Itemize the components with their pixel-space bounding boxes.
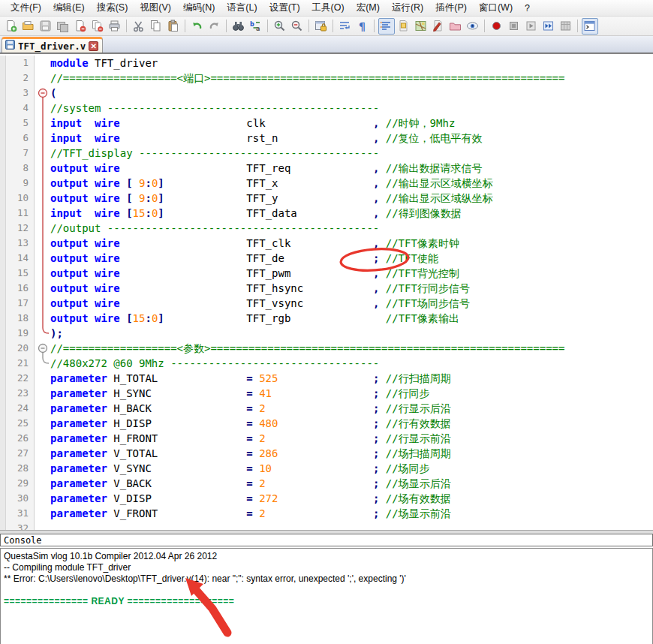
line-number[interactable]: 11 <box>6 206 35 221</box>
code-line: 10output wire [ 9:0] TFT_y , //输出显示区域纵坐标 <box>0 191 653 206</box>
new-file-icon[interactable] <box>3 18 20 35</box>
open-file-icon[interactable] <box>20 18 37 35</box>
menu-item[interactable]: 窗口(W) <box>473 0 519 16</box>
code-line: 29parameter V_BACK = 2 ; //场显示后沿 <box>0 476 653 491</box>
code-line: 6input wire rst_n , //复位，低电平有效 <box>0 131 653 146</box>
tab-close-icon[interactable]: ✕ <box>89 41 98 51</box>
code-line: 32 <box>0 521 653 530</box>
line-number[interactable]: 26 <box>6 431 35 446</box>
macro-play-icon[interactable] <box>523 18 540 35</box>
zoom-out-icon[interactable] <box>289 18 305 35</box>
line-number[interactable]: 17 <box>6 296 35 311</box>
menu-item[interactable]: 编码(N) <box>177 0 221 16</box>
macro-save-icon[interactable] <box>558 18 574 35</box>
save-all-icon[interactable] <box>55 18 71 35</box>
line-number[interactable]: 12 <box>6 221 35 236</box>
line-number[interactable]: 22 <box>6 371 35 386</box>
macro-run-multiple-icon[interactable] <box>540 18 557 35</box>
line-number[interactable]: 15 <box>6 266 35 281</box>
tab-tft-driver[interactable]: TFT_driver.v ✕ <box>2 37 103 53</box>
redo-icon[interactable] <box>206 18 223 35</box>
menu-item[interactable]: 宏(M) <box>351 0 386 16</box>
line-number[interactable]: 27 <box>6 446 35 461</box>
menu-item[interactable]: 文件(F) <box>5 0 47 16</box>
undo-icon[interactable] <box>189 18 206 35</box>
menu-item[interactable]: 视图(V) <box>134 0 177 16</box>
indent-guide-icon[interactable] <box>396 18 412 35</box>
code-editor[interactable]: 1module TFT_driver2//==================<… <box>0 53 653 530</box>
doc-map-icon[interactable] <box>413 18 429 35</box>
code-line: 21//480x272 @60 9Mhz -------------------… <box>0 356 653 371</box>
console-panel-header[interactable]: Console <box>0 534 653 546</box>
show-all-chars-icon[interactable] <box>378 18 395 35</box>
menu-bar: 文件(F)编辑(E)搜索(S)视图(V)编码(N)语言(L)设置(T)工具(O)… <box>0 0 653 17</box>
menu-item[interactable]: 编辑(E) <box>47 0 91 16</box>
menu-item[interactable]: 插件(P) <box>429 0 473 16</box>
console-output[interactable]: QuestaSim vlog 10.1b Compiler 2012.04 Ap… <box>0 548 653 644</box>
line-number[interactable]: 10 <box>6 191 35 206</box>
copy-icon[interactable] <box>148 18 164 35</box>
line-number[interactable]: 13 <box>6 236 35 251</box>
cut-icon[interactable] <box>131 18 147 35</box>
doc-monitor-icon[interactable] <box>465 18 481 35</box>
line-number[interactable]: 1 <box>6 56 35 71</box>
line-number[interactable]: 8 <box>6 161 35 176</box>
line-number[interactable]: 16 <box>6 281 35 296</box>
line-number[interactable]: 19 <box>6 326 35 341</box>
line-number[interactable]: 23 <box>6 386 35 401</box>
menu-item[interactable]: 设置(T) <box>263 0 306 16</box>
code-line: 7//TFT_display -------------------------… <box>0 146 653 161</box>
line-number[interactable]: 31 <box>6 506 35 521</box>
menu-item[interactable]: 搜索(S) <box>91 0 134 16</box>
line-number[interactable]: 6 <box>6 131 35 146</box>
replace-icon[interactable]: ba <box>248 18 264 35</box>
line-number[interactable]: 30 <box>6 491 35 506</box>
line-number[interactable]: 24 <box>6 401 35 416</box>
code-line: 22parameter H_TOTAL = 525 ; //行扫描周期 <box>0 371 653 386</box>
show-paragraph-icon[interactable]: ¶ <box>354 18 371 35</box>
toolbar-separator <box>333 20 333 32</box>
line-number[interactable]: 20 <box>6 341 35 356</box>
menu-item[interactable]: ? <box>519 2 536 15</box>
console-message-line: QuestaSim vlog 10.1b Compiler 2012.04 Ap… <box>4 551 649 562</box>
menu-item[interactable]: 运行(R) <box>386 0 429 16</box>
code-line: 4//system ------------------------------… <box>0 101 653 116</box>
toolbar-separator <box>374 20 375 32</box>
line-number[interactable]: 4 <box>6 101 35 116</box>
console-toggle-icon[interactable] <box>582 18 598 35</box>
code-line: 17output wire TFT_vsync , //TFT场同步信号 <box>0 296 653 311</box>
save-icon[interactable] <box>38 18 54 35</box>
sync-view-icon[interactable] <box>313 18 330 35</box>
macro-record-icon[interactable] <box>489 18 505 35</box>
console-message-line: -- Compiling module TFT_driver <box>4 562 649 573</box>
console-ready-line: =============== READY ==================… <box>4 596 649 607</box>
line-number[interactable]: 25 <box>6 416 35 431</box>
line-number[interactable]: 28 <box>6 461 35 476</box>
line-number[interactable]: 2 <box>6 71 35 86</box>
word-wrap-icon[interactable] <box>337 18 354 35</box>
folder-workspace-icon[interactable] <box>447 18 464 35</box>
line-number[interactable]: 7 <box>6 146 35 161</box>
console-message-line: ** Error: C:\Users\lenovo\Desktop\TFT_dr… <box>4 573 649 585</box>
print-icon[interactable] <box>107 18 123 35</box>
zoom-in-icon[interactable] <box>272 18 288 35</box>
line-number[interactable]: 32 <box>6 521 35 530</box>
paste-icon[interactable] <box>165 18 182 35</box>
function-list-icon[interactable] <box>430 18 447 35</box>
line-number[interactable]: 5 <box>6 116 35 131</box>
line-number[interactable]: 3 <box>6 86 35 101</box>
svg-text:a: a <box>256 26 260 32</box>
console-message-line <box>4 585 649 596</box>
tab-title: TFT_driver.v <box>18 41 86 52</box>
line-number[interactable]: 21 <box>6 356 35 371</box>
menu-item[interactable]: 语言(L) <box>221 0 263 16</box>
line-number[interactable]: 29 <box>6 476 35 491</box>
macro-stop-icon[interactable] <box>506 18 522 35</box>
line-number[interactable]: 9 <box>6 176 35 191</box>
close-icon[interactable] <box>72 18 89 35</box>
find-icon[interactable] <box>230 18 247 35</box>
close-all-icon[interactable] <box>89 18 106 35</box>
line-number[interactable]: 14 <box>6 251 35 266</box>
line-number[interactable]: 18 <box>6 311 35 326</box>
menu-item[interactable]: 工具(O) <box>306 0 351 16</box>
